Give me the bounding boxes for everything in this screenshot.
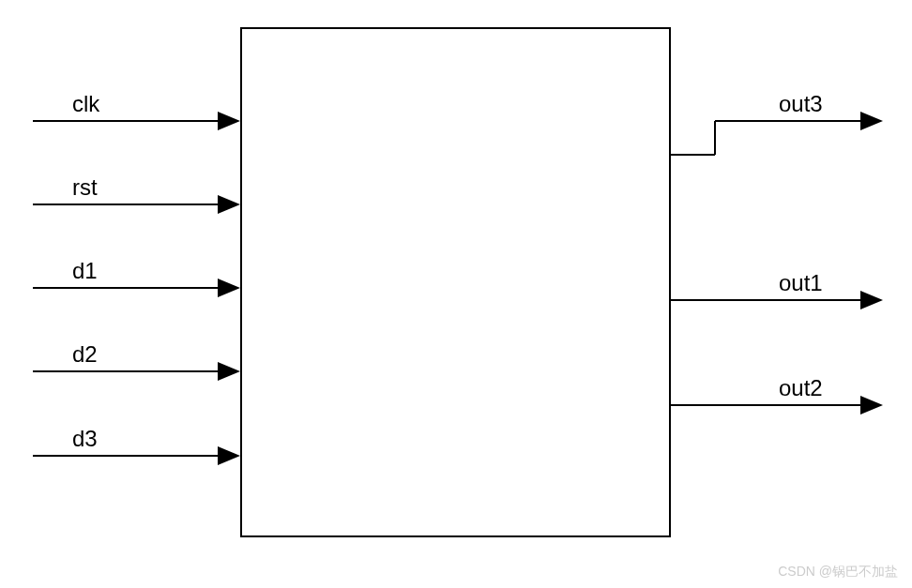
watermark-text: CSDN @锅巴不加盐 xyxy=(778,564,898,580)
input-label-d3: d3 xyxy=(72,426,98,452)
output-label-out1: out1 xyxy=(779,270,823,296)
input-label-d2: d2 xyxy=(72,341,98,368)
block-diagram: clk rst d1 d2 d3 out3 out1 out2 CSDN @锅巴… xyxy=(0,0,912,588)
module-box-rect xyxy=(241,28,670,536)
output-label-out2: out2 xyxy=(779,375,823,401)
input-label-rst: rst xyxy=(72,174,98,201)
input-label-d1: d1 xyxy=(72,258,98,284)
output-label-out3: out3 xyxy=(779,91,823,117)
diagram-svg xyxy=(0,0,912,588)
input-label-clk: clk xyxy=(72,91,99,117)
